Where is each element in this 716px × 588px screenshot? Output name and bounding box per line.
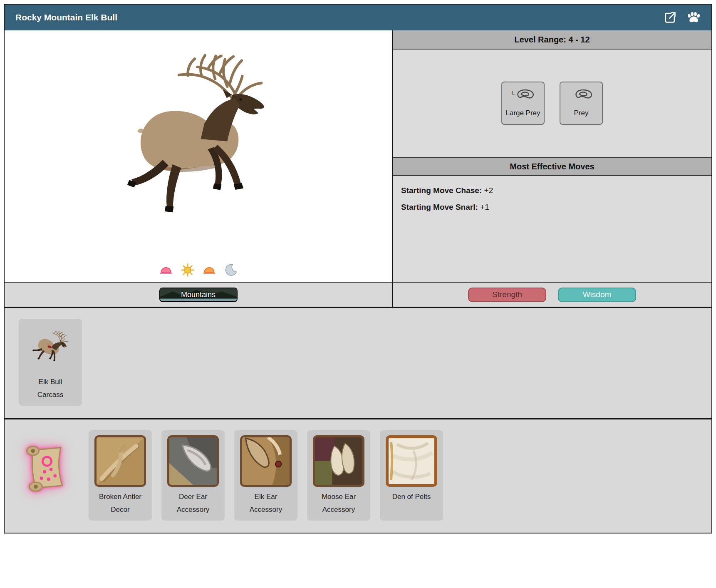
move-label: Starting Move Chase: (401, 186, 482, 195)
rare-drop-card-moose-ear-accessory[interactable]: Moose Ear Accessory (307, 430, 370, 521)
prey-size-tag: L (512, 89, 515, 96)
most-effective-moves-header: Most Effective Moves (393, 157, 711, 176)
main-content: Mountains Level Range: 4 - 12 L Large Pr… (5, 30, 711, 307)
move-label: Starting Move Snarl: (401, 203, 478, 211)
prey-type-row: L Large Prey Prey (393, 50, 711, 157)
glowing-scroll-icon (20, 444, 73, 493)
enemy-stats-panel: Level Range: 4 - 12 L Large Prey Prey (393, 30, 711, 307)
carcass-label: Elk Bull Carcass (20, 375, 80, 402)
rare-drop-cards: Broken Antler Decor Deer Ear Acc (89, 430, 443, 521)
carcass-drop-section: Elk Bull Carcass (5, 307, 711, 418)
deer-ear-accessory-image (167, 435, 219, 487)
external-link-icon[interactable] (663, 10, 677, 25)
enemy-image-panel: Mountains (5, 30, 393, 307)
prey-tile-label: Prey (574, 109, 589, 117)
page-title: Rocky Mountain Elk Bull (15, 12, 117, 22)
item-label: Moose Ear Accessory (309, 490, 369, 516)
elk-bull-carcass-image (21, 322, 79, 374)
elk-illustration (72, 35, 325, 248)
steak-icon (515, 88, 535, 103)
title-bar-actions (663, 10, 701, 25)
rare-drop-indicator (5, 419, 89, 517)
rare-drop-card-den-of-pelts[interactable]: Den of Pelts (380, 430, 443, 521)
move-row: Starting Move Snarl: +1 (401, 203, 703, 212)
biome-label: Mountains (181, 290, 216, 299)
prey-tile-large-prey[interactable]: L Large Prey (501, 82, 545, 125)
rare-drops-section: Broken Antler Decor Deer Ear Acc (5, 418, 711, 533)
sunrise-icon (159, 263, 173, 277)
sunset-icon (203, 263, 216, 277)
item-label: Broken Antler Decor (90, 490, 150, 516)
item-label: Elk Ear Accessory (236, 490, 296, 516)
moves-list: Starting Move Chase: +2 Starting Move Sn… (393, 176, 711, 282)
enemy-detail-panel: Rocky Mountain Elk Bull (4, 4, 712, 533)
elk-ear-accessory-image (240, 435, 292, 487)
broken-antler-decor-image (94, 435, 146, 487)
stat-button-wisdom[interactable]: Wisdom (558, 288, 636, 302)
stat-button-strength[interactable]: Strength (468, 288, 546, 302)
rare-drop-card-deer-ear-accessory[interactable]: Deer Ear Accessory (161, 430, 225, 521)
day-icon (181, 263, 194, 277)
item-label: Deer Ear Accessory (163, 490, 223, 516)
den-of-pelts-image (386, 435, 437, 487)
title-bar: Rocky Mountain Elk Bull (5, 5, 711, 30)
item-label: Den of Pelts (382, 490, 441, 503)
rare-drop-card-elk-ear-accessory[interactable]: Elk Ear Accessory (234, 430, 297, 521)
active-times-row (5, 258, 392, 282)
steak-icon (574, 88, 593, 103)
carcass-card[interactable]: Elk Bull Carcass (19, 319, 82, 406)
moose-ear-accessory-image (313, 435, 364, 487)
prey-tile-label: Large Prey (505, 109, 540, 117)
prey-tile-prey[interactable]: Prey (560, 82, 603, 125)
move-value: +2 (484, 186, 493, 195)
paw-icon[interactable] (686, 10, 701, 25)
biome-band: Mountains (5, 282, 392, 307)
enemy-illustration-area (5, 30, 392, 258)
biome-badge-mountains[interactable]: Mountains (159, 288, 238, 302)
stat-buttons-band: Strength Wisdom (393, 282, 711, 307)
move-value: +1 (480, 203, 489, 211)
rare-drop-card-broken-antler-decor[interactable]: Broken Antler Decor (89, 430, 152, 521)
night-icon (224, 263, 238, 277)
move-row: Starting Move Chase: +2 (401, 186, 703, 195)
level-range-header: Level Range: 4 - 12 (393, 30, 711, 50)
